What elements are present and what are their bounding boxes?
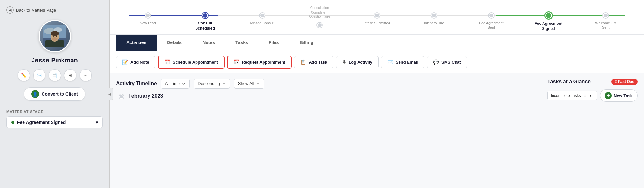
tab-details[interactable]: Details	[157, 35, 192, 51]
send-email-label: Send Email	[396, 60, 418, 65]
tab-notes[interactable]: Notes	[192, 35, 225, 51]
log-activity-button[interactable]: ⬇ Log Activity	[336, 56, 379, 68]
stage-select-dropdown[interactable]: Fee Agreement Signed ▾	[6, 116, 103, 128]
back-arrow-icon: ◀	[6, 6, 14, 14]
back-to-matters-link[interactable]: ◀ Back to Matters Page	[6, 6, 56, 14]
request-icon: 📅	[234, 59, 240, 65]
schedule-label: Schedule Appointment	[173, 60, 218, 65]
step-dot-fee-agreement-signed	[545, 12, 552, 19]
timeline-title: Activity Timeline	[116, 81, 157, 87]
tab-tasks[interactable]: Tasks	[225, 35, 258, 51]
step-label-fee-agreement-sent: Fee AgreementSent	[479, 21, 503, 30]
stage-dot-icon	[11, 121, 14, 124]
tabs-bar: Activities Details Notes Tasks Files Bil…	[110, 35, 644, 51]
step-welcome-gift-sent[interactable]: Welcome GiftSent	[577, 6, 634, 30]
step-fee-agreement-sent[interactable]: Fee AgreementSent	[463, 6, 520, 30]
convert-label: Convert to Client	[42, 91, 78, 97]
add-task-icon: 📋	[300, 59, 306, 65]
collapse-handle[interactable]: ◀	[106, 88, 113, 100]
new-task-label: New Task	[614, 93, 633, 98]
step-label-new-lead: New Lead	[140, 21, 156, 25]
type-filter-label: Show All	[238, 81, 254, 86]
sidebar: ◀ Back to Matters Page	[0, 0, 110, 188]
convert-to-client-button[interactable]: 👤 Convert to Client	[24, 87, 85, 101]
filter-clear-icon[interactable]: ×	[584, 93, 586, 98]
bottom-section: Activity Timeline All Time Descending Sh…	[110, 73, 644, 188]
svg-point-8	[52, 37, 58, 41]
tasks-filter-row: Incomplete Tasks × ▾ + New Task	[547, 89, 638, 102]
add-task-button[interactable]: 📋 Add Task	[294, 56, 333, 68]
timeline-header: Activity Timeline All Time Descending Sh…	[116, 79, 540, 89]
tab-files[interactable]: Files	[258, 35, 289, 51]
incomplete-tasks-label: Incomplete Tasks	[551, 93, 581, 98]
tasks-filter-chevron: ▾	[590, 93, 591, 98]
type-filter-chevron	[256, 82, 260, 86]
step-dot-consult-scheduled	[202, 13, 208, 18]
past-due-badge: 2 Past Due	[611, 79, 638, 85]
order-filter-label: Descending	[198, 81, 220, 86]
time-filter-dropdown[interactable]: All Time	[161, 79, 190, 89]
request-appointment-button[interactable]: 📅 Request Appointment	[227, 56, 292, 69]
table-icon-button[interactable]: ⊞	[64, 69, 76, 81]
step-missed-consult[interactable]: Missed Consult	[234, 6, 291, 25]
action-bar: 📝 Add Note 📅 Schedule Appointment 📅 Requ…	[110, 51, 644, 73]
stage-value-row: Fee Agreement Signed	[11, 120, 66, 125]
add-note-label: Add Note	[130, 60, 149, 65]
email-btn-icon: ✉️	[387, 59, 393, 65]
tab-activities[interactable]: Activities	[116, 35, 157, 51]
svg-point-7	[51, 31, 59, 36]
add-note-button[interactable]: 📝 Add Note	[116, 56, 155, 68]
tab-billing[interactable]: Billing	[289, 35, 324, 51]
time-filter-label: All Time	[165, 81, 180, 86]
order-filter-dropdown[interactable]: Descending	[194, 79, 230, 89]
timeline-month-label: February 2023	[128, 93, 163, 99]
timeline-dot-icon	[119, 94, 124, 99]
step-consultation-complete[interactable]: ConsultationComplete –Questionnaire	[291, 6, 348, 30]
more-icon-button[interactable]: ···	[80, 69, 92, 81]
step-intent-to-hire[interactable]: Intent to Hire	[405, 6, 463, 25]
schedule-appointment-button[interactable]: 📅 Schedule Appointment	[158, 56, 225, 69]
stage-section-label: MATTER AT STAGE	[6, 110, 43, 114]
step-label-consult-scheduled: ConsultScheduled	[195, 21, 215, 31]
main-content: New Lead ConsultScheduled Missed Consult…	[110, 0, 644, 188]
step-label-intake-submitted: Intake Submitted	[363, 21, 390, 25]
add-task-label: Add Task	[309, 60, 327, 65]
email-icon-button[interactable]: ✉️	[33, 69, 45, 81]
svg-point-10	[56, 36, 57, 37]
step-dot-consultation-complete	[317, 23, 322, 28]
chevron-down-icon: ▾	[96, 120, 98, 125]
svg-point-9	[53, 36, 54, 37]
step-dot-missed-consult	[260, 13, 265, 18]
avatar	[39, 20, 71, 52]
step-dot-intent-to-hire	[431, 13, 437, 18]
new-task-plus-icon: +	[605, 92, 612, 99]
log-label: Log Activity	[349, 60, 372, 65]
sms-chat-button[interactable]: 💬 SMS Chat	[427, 56, 467, 68]
document-icon-button[interactable]: 📄	[49, 69, 61, 81]
step-new-lead[interactable]: New Lead	[119, 6, 177, 25]
sms-label: SMS Chat	[441, 60, 461, 65]
step-intake-submitted[interactable]: Intake Submitted	[348, 6, 406, 25]
contact-name: Jesse Pinkman	[31, 57, 78, 64]
step-dot-welcome-gift-sent	[603, 13, 608, 18]
tasks-glance-section: Tasks at a Glance 2 Past Due Incomplete …	[547, 79, 638, 183]
step-dot-fee-agreement-sent	[489, 13, 494, 18]
step-label-welcome-gift-sent: Welcome GiftSent	[595, 21, 616, 30]
step-label-above-consultation: ConsultationComplete –Questionnaire	[309, 6, 330, 19]
edit-icon-button[interactable]: ✏️	[18, 69, 30, 81]
send-email-button[interactable]: ✉️ Send Email	[381, 56, 424, 68]
stage-value: Fee Agreement Signed	[17, 120, 66, 125]
progress-section: New Lead ConsultScheduled Missed Consult…	[110, 0, 644, 35]
incomplete-tasks-filter[interactable]: Incomplete Tasks × ▾	[547, 91, 597, 100]
timeline-dot-wrap	[119, 93, 124, 99]
type-filter-dropdown[interactable]: Show All	[234, 79, 264, 89]
order-filter-chevron	[222, 82, 226, 86]
step-fee-agreement-signed[interactable]: Fee AgreementSigned	[520, 6, 577, 31]
step-label-intent-to-hire: Intent to Hire	[424, 21, 444, 25]
step-label-fee-agreement-signed: Fee AgreementSigned	[534, 21, 562, 31]
new-task-button[interactable]: + New Task	[600, 89, 638, 102]
timeline-entry: February 2023	[116, 93, 540, 99]
step-label-missed-consult: Missed Consult	[250, 21, 274, 25]
request-label: Request Appointment	[242, 60, 285, 65]
step-consult-scheduled[interactable]: ConsultScheduled	[177, 6, 234, 31]
